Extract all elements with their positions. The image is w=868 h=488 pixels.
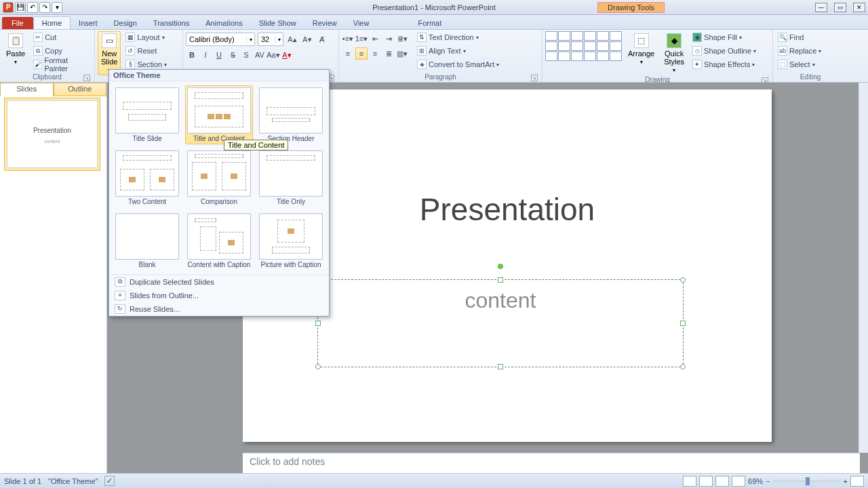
shapes-gallery[interactable]	[545, 31, 622, 61]
resize-handle[interactable]	[315, 321, 321, 326]
font-name-combo[interactable]: ▾	[186, 33, 255, 46]
layout-button[interactable]: ▦Layout▾	[123, 31, 169, 43]
resize-handle[interactable]	[680, 321, 686, 326]
panel-tab-slides[interactable]: Slides	[0, 83, 54, 96]
zoom-slider[interactable]	[773, 480, 841, 483]
tab-transitions[interactable]: Transitions	[145, 17, 197, 29]
shape-effects-button[interactable]: ✦Shape Effects▾	[690, 58, 758, 70]
maximize-button[interactable]: ▭	[834, 3, 846, 12]
layout-title-only[interactable]: Title Only	[257, 148, 325, 207]
slide-title-text[interactable]: Presentation	[420, 191, 595, 228]
tab-view[interactable]: View	[345, 17, 378, 29]
inc-indent-button[interactable]: ⇥	[382, 33, 395, 45]
qat-customize-icon[interactable]: ▾	[52, 2, 62, 13]
tab-home[interactable]: Home	[33, 16, 71, 29]
save-icon[interactable]: 💾	[15, 2, 26, 13]
tab-slideshow[interactable]: Slide Show	[251, 17, 304, 29]
slideshow-view-button[interactable]	[732, 476, 745, 487]
reset-button[interactable]: ↺Reset	[123, 45, 169, 57]
arrange-button[interactable]: ⬚Arrange▾	[625, 31, 658, 67]
sorter-view-button[interactable]	[699, 476, 713, 487]
font-name-input[interactable]	[186, 35, 246, 43]
layout-content-with-caption[interactable]: Content with Caption	[185, 211, 253, 270]
strikethrough-button[interactable]: S̶	[226, 49, 239, 61]
fit-to-window-button[interactable]	[850, 476, 864, 487]
dec-indent-button[interactable]: ⇤	[369, 33, 381, 45]
replace-button[interactable]: abReplace▾	[776, 45, 823, 57]
minimize-button[interactable]: —	[815, 3, 827, 12]
font-size-combo[interactable]: ▾	[258, 33, 283, 46]
font-color-button[interactable]: A▾	[281, 49, 293, 61]
text-direction-button[interactable]: ⇅Text Direction▾	[415, 31, 501, 43]
layout-picture-with-caption[interactable]: Picture with Caption	[257, 211, 325, 270]
thumbnail-list[interactable]: 1 Presentation content	[0, 96, 106, 473]
paste-button[interactable]: 📋 Paste ▾	[3, 31, 28, 67]
layout-blank[interactable]: Blank	[113, 211, 181, 270]
resize-handle[interactable]	[498, 277, 503, 283]
spell-check-icon[interactable]: ✓	[104, 476, 115, 486]
panel-tab-outline[interactable]: Outline	[54, 83, 107, 96]
layout-section-header[interactable]: Section Header	[257, 85, 325, 144]
bold-button[interactable]: B	[186, 49, 198, 61]
dialog-launcher-icon[interactable]: ↘	[531, 75, 538, 81]
content-text[interactable]: content	[465, 288, 536, 313]
slides-from-outline-cmd[interactable]: ≡Slides from Outline...	[109, 289, 329, 302]
tab-animations[interactable]: Animations	[197, 17, 250, 29]
select-button[interactable]: ⬚Select▾	[776, 58, 823, 70]
chevron-down-icon[interactable]: ▾	[275, 37, 283, 43]
italic-button[interactable]: I	[199, 49, 212, 61]
resize-handle[interactable]	[680, 277, 686, 283]
notes-pane[interactable]: Click to add notes	[243, 453, 860, 473]
shadow-button[interactable]: S	[240, 49, 252, 61]
vertical-scrollbar[interactable]	[859, 83, 868, 453]
resize-handle[interactable]	[680, 364, 686, 369]
zoom-in-button[interactable]: +	[844, 477, 848, 485]
resize-handle[interactable]	[498, 364, 503, 369]
copy-button[interactable]: ⧉Copy	[31, 45, 92, 57]
align-left-button[interactable]: ≡	[342, 47, 354, 60]
zoom-percent[interactable]: 69%	[748, 477, 763, 485]
tab-file[interactable]: File	[2, 17, 33, 29]
convert-smartart-button[interactable]: ◈Convert to SmartArt▾	[415, 58, 501, 70]
resize-handle[interactable]	[315, 364, 321, 369]
align-text-button[interactable]: ⊞Align Text▾	[415, 45, 501, 57]
reading-view-button[interactable]	[715, 476, 729, 487]
underline-button[interactable]: U	[213, 49, 225, 61]
tab-design[interactable]: Design	[106, 17, 145, 29]
dialog-launcher-icon[interactable]: ↘	[83, 75, 90, 81]
shape-outline-button[interactable]: ◇Shape Outline▾	[690, 45, 758, 57]
chevron-down-icon[interactable]: ▾	[246, 37, 254, 43]
reuse-slides-cmd[interactable]: ↻Reuse Slides...	[109, 302, 329, 316]
duplicate-slides-cmd[interactable]: ⧉Duplicate Selected Slides	[109, 275, 329, 289]
font-size-input[interactable]	[258, 35, 275, 43]
numbering-button[interactable]: 1≡▾	[355, 33, 368, 45]
change-case-button[interactable]: Aa▾	[267, 49, 279, 61]
justify-button[interactable]: ≣	[382, 47, 395, 60]
zoom-out-button[interactable]: −	[766, 477, 770, 485]
close-button[interactable]: ✕	[853, 3, 865, 12]
char-spacing-button[interactable]: AV	[254, 49, 266, 61]
line-spacing-button[interactable]: ≣▾	[396, 33, 408, 45]
find-button[interactable]: 🔍Find	[776, 31, 823, 43]
layout-comparison[interactable]: Comparison	[185, 148, 253, 207]
layout-title-and-content[interactable]: Title and Content	[185, 85, 253, 144]
rotate-handle[interactable]	[498, 264, 503, 269]
align-right-button[interactable]: ≡	[369, 47, 381, 60]
shrink-font-button[interactable]: A▾	[301, 33, 313, 45]
shape-fill-button[interactable]: ◆Shape Fill▾	[690, 31, 758, 43]
tab-insert[interactable]: Insert	[71, 17, 106, 29]
cut-button[interactable]: ✂Cut	[31, 31, 92, 43]
format-painter-button[interactable]: 🖌Format Painter	[31, 58, 92, 70]
quick-styles-button[interactable]: ◆Quick Styles▾	[660, 31, 688, 75]
clear-formatting-button[interactable]: A̸	[316, 33, 328, 45]
tab-review[interactable]: Review	[304, 17, 345, 29]
layout-two-content[interactable]: Two Content	[113, 148, 181, 207]
slide-thumbnail[interactable]: Presentation content	[7, 100, 98, 168]
content-placeholder[interactable]: content	[317, 279, 684, 367]
redo-icon[interactable]: ↷	[39, 2, 50, 13]
tab-format[interactable]: Format	[410, 17, 450, 29]
layout-title-slide[interactable]: Title Slide	[113, 85, 181, 144]
align-center-button[interactable]: ≡	[355, 47, 368, 60]
bullets-button[interactable]: •≡▾	[342, 33, 354, 45]
columns-button[interactable]: ▥▾	[396, 47, 408, 60]
